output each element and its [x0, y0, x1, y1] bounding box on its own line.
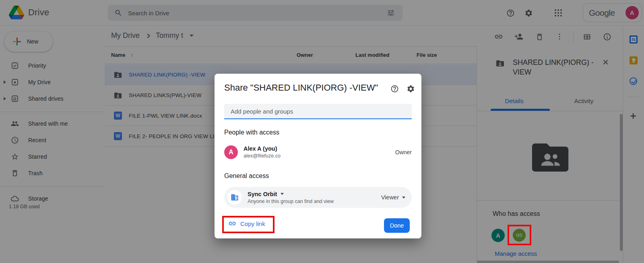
link-icon	[228, 220, 236, 228]
organization-icon-circle	[227, 190, 242, 205]
share-settings-button[interactable]	[405, 83, 416, 94]
share-help-button[interactable]	[389, 83, 400, 94]
share-dialog-title: Share "SHARED LINK(PIORG) -VIEW"	[224, 83, 378, 93]
caret-down-icon	[402, 197, 405, 199]
gear-icon	[407, 85, 415, 93]
person-email: alex@filefuze.co	[244, 153, 281, 159]
person-name: Alex A (you)	[244, 145, 281, 152]
general-access-role-dropdown[interactable]: Viewer	[381, 194, 405, 201]
person-avatar: A	[224, 145, 238, 159]
people-with-access-heading: People with access	[224, 129, 279, 136]
google-drive-app: Drive Google A	[0, 0, 644, 263]
general-access-row: Sync Orbit Anyone in this group can find…	[224, 187, 412, 208]
person-role: Owner	[395, 149, 412, 155]
done-button[interactable]: Done	[384, 218, 410, 233]
general-access-description: Anyone in this group can find and view	[248, 199, 334, 204]
share-dialog: Share "SHARED LINK(PIORG) -VIEW" People …	[215, 74, 421, 238]
building-icon	[231, 193, 239, 201]
general-access-scope-dropdown[interactable]: Sync Orbit	[248, 191, 334, 197]
copy-link-label: Copy link	[240, 220, 265, 227]
person-row[interactable]: A Alex A (you) alex@filefuze.co Owner	[224, 145, 412, 162]
caret-down-icon	[281, 193, 284, 195]
general-access-heading: General access	[224, 172, 269, 180]
help-icon	[390, 85, 399, 93]
add-people-input[interactable]	[224, 104, 412, 119]
copy-link-button[interactable]: Copy link	[228, 220, 265, 228]
